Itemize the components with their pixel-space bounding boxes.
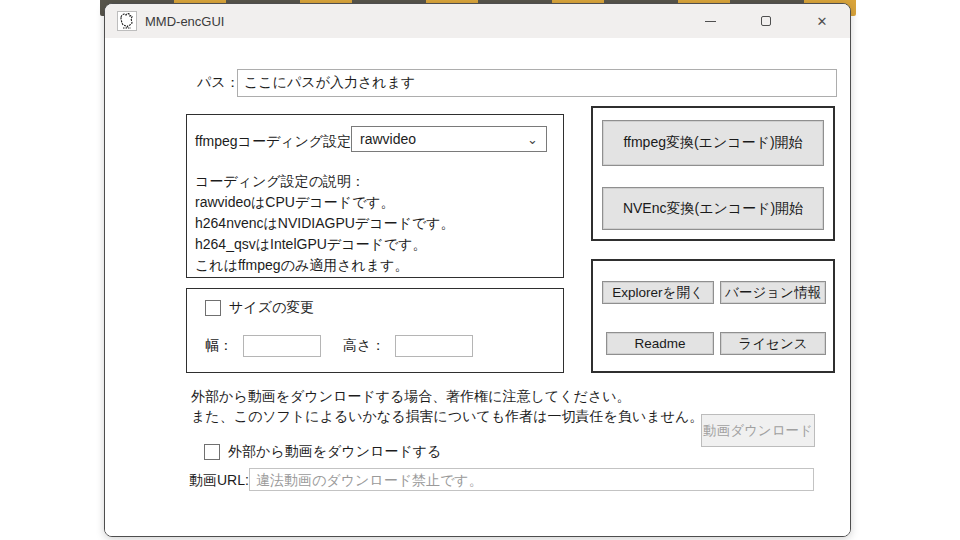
coding-settings-group: ffmpegコーディング設定： rawvideo ⌄ コーディング設定の説明： … (186, 114, 564, 278)
chevron-down-icon: ⌄ (527, 132, 538, 147)
download-checkbox-label: 外部から動画をダウンロードする (228, 443, 441, 461)
path-label: パス： (197, 74, 240, 92)
height-label: 高さ： (343, 337, 385, 355)
ffmpeg-encode-button[interactable]: ffmpeg変換(エンコード)開始 (602, 120, 824, 166)
open-explorer-button[interactable]: Explorerを開く (602, 281, 714, 304)
height-input[interactable] (395, 335, 473, 357)
nvenc-encode-button[interactable]: NVEnc変換(エンコード)開始 (602, 187, 824, 230)
app-window: MMD-encGUI ✕ パス： ffmpegコーディング設定： (104, 3, 851, 537)
copyright-warning-line2: また、このソフトによるいかなる損害についても作者は一切責任を負いません。 (191, 408, 703, 426)
size-group: サイズの変更 幅： 高さ： (186, 288, 564, 373)
path-input[interactable] (237, 69, 837, 97)
coding-description-line: h264_qsvはIntelGPUデコードです。 (195, 234, 455, 255)
width-label: 幅： (205, 337, 233, 355)
window-title: MMD-encGUI (145, 14, 224, 29)
coding-description: コーディング設定の説明： rawvideoはCPUデコードです。 h264nve… (195, 171, 455, 276)
license-button[interactable]: ライセンス (720, 332, 826, 355)
video-url-label: 動画URL: (189, 472, 249, 490)
download-checkbox-row: 外部から動画をダウンロードする (204, 443, 441, 461)
coding-description-line: コーディング設定の説明： (195, 171, 455, 192)
size-inputs-row: 幅： 高さ： (205, 335, 473, 357)
copyright-warning-line1: 外部から動画をダウンロードする場合、著作権に注意してください。 (191, 388, 631, 406)
codec-select[interactable]: rawvideo ⌄ (351, 126, 547, 152)
tools-group: Explorerを開く バージョン情報 Readme ライセンス (591, 259, 835, 373)
resize-checkbox-label: サイズの変更 (229, 299, 314, 317)
coding-settings-label: ffmpegコーディング設定： (195, 133, 365, 151)
close-icon: ✕ (817, 14, 828, 29)
video-url-input[interactable] (249, 468, 814, 491)
close-button[interactable]: ✕ (794, 4, 850, 38)
coding-description-line: これはffmpegのみ適用されます。 (195, 255, 455, 276)
download-checkbox[interactable] (204, 444, 220, 460)
video-download-button[interactable]: 動画ダウンロード (701, 414, 815, 447)
minimize-icon (705, 21, 716, 22)
resize-checkbox[interactable] (205, 300, 221, 316)
coding-description-line: rawvideoはCPUデコードです。 (195, 192, 455, 213)
app-icon (117, 11, 137, 31)
encode-group: ffmpeg変換(エンコード)開始 NVEnc変換(エンコード)開始 (591, 106, 835, 241)
width-input[interactable] (243, 335, 321, 357)
maximize-icon (761, 16, 771, 26)
readme-button[interactable]: Readme (606, 332, 714, 355)
minimize-button[interactable] (682, 4, 738, 38)
window-controls: ✕ (682, 4, 850, 38)
titlebar[interactable]: MMD-encGUI ✕ (105, 4, 850, 38)
version-info-button[interactable]: バージョン情報 (720, 281, 826, 304)
screen: MMD-encGUI ✕ パス： ffmpegコーディング設定： (0, 0, 960, 540)
coding-description-line: h264nvencはNVIDIAGPUデコードです。 (195, 213, 455, 234)
client-area: パス： ffmpegコーディング設定： rawvideo ⌄ コーディング設定の… (105, 38, 850, 536)
codec-select-value: rawvideo (360, 131, 416, 147)
maximize-button[interactable] (738, 4, 794, 38)
resize-checkbox-row: サイズの変更 (205, 299, 314, 317)
